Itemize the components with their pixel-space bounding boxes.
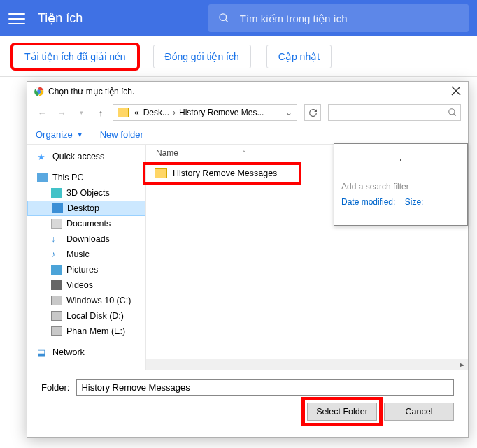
breadcrumb-2[interactable]: History Remove Mes... <box>177 108 266 117</box>
filter-date-modified[interactable]: Date modified: <box>341 197 395 207</box>
update-button[interactable]: Cập nhật <box>266 45 332 68</box>
network-icon: ⬓ <box>37 347 48 357</box>
new-folder-button[interactable]: New folder <box>100 129 143 140</box>
search-input[interactable] <box>240 13 459 24</box>
videos-icon <box>51 280 62 290</box>
chevron-down-icon[interactable]: ⌄ <box>284 108 294 117</box>
svg-point-6 <box>449 109 455 115</box>
sort-indicator-icon: ⌃ <box>241 150 247 157</box>
tree-desktop[interactable]: Desktop <box>27 201 145 216</box>
breadcrumb-prefix: « <box>132 108 141 117</box>
select-folder-button[interactable]: Select Folder <box>307 403 377 421</box>
extensions-header: Tiện ích <box>0 0 477 36</box>
folder-path-input[interactable] <box>76 379 454 396</box>
music-icon: ♪ <box>51 250 62 259</box>
dialog-toolbar: Organize ▼ New folder <box>27 125 468 145</box>
svg-line-1 <box>226 20 228 22</box>
disk-icon <box>51 326 62 336</box>
tree-quick-access[interactable]: ★Quick access <box>27 149 145 164</box>
close-button[interactable] <box>451 86 461 98</box>
search-icon <box>448 108 457 117</box>
extensions-toolbar: Tải tiện ích đã giải nén Đóng gói tiện í… <box>0 36 477 77</box>
documents-icon <box>51 219 62 229</box>
3d-icon <box>51 188 62 198</box>
tree-network[interactable]: ⬓Network <box>27 345 145 360</box>
page-title: Tiện ích <box>38 10 83 26</box>
tree-phan-mem-e[interactable]: Phan Mem (E:) <box>27 324 145 339</box>
recent-dropdown[interactable]: ▾ <box>73 105 89 120</box>
svg-point-0 <box>220 14 227 21</box>
folder-item[interactable]: History Remove Messages <box>146 166 298 181</box>
cancel-button[interactable]: Cancel <box>384 403 454 421</box>
dialog-title: Chọn thư mục tiện ích. <box>48 87 134 96</box>
chrome-icon <box>34 87 44 96</box>
tree-videos[interactable]: Videos <box>27 277 145 293</box>
nav-row: ← → ▾ ↑ « Desk... › History Remove Mes..… <box>27 97 468 125</box>
pictures-icon <box>51 265 62 275</box>
downloads-icon: ↓ <box>51 234 62 244</box>
folder-icon <box>155 168 167 178</box>
scroll-right-icon[interactable]: ► <box>459 361 465 368</box>
organize-dropdown-icon[interactable]: ▼ <box>77 131 83 138</box>
refresh-button[interactable] <box>304 104 321 121</box>
search-filter-popup: Add a search filter Date modified: Size: <box>334 143 468 226</box>
filter-size[interactable]: Size: <box>405 197 424 207</box>
file-list[interactable]: Name ⌃ History Remove Messages Add a sea… <box>146 145 468 370</box>
folder-tree[interactable]: ★Quick access This PC 3D Objects Desktop… <box>27 145 146 370</box>
folder-icon <box>118 108 129 117</box>
address-bar[interactable]: « Desk... › History Remove Mes... ⌄ <box>113 104 297 121</box>
tree-documents[interactable]: Documents <box>27 216 145 231</box>
pc-icon <box>37 173 48 182</box>
svg-line-7 <box>454 114 456 116</box>
folder-label: Folder: <box>41 382 69 393</box>
folder-name: History Remove Messages <box>173 168 277 178</box>
organize-menu[interactable]: Organize <box>36 129 73 140</box>
forward-button[interactable]: → <box>54 105 69 120</box>
folder-picker-dialog: Chọn thư mục tiện ích. ← → ▾ ↑ « Desk...… <box>27 81 469 438</box>
horizontal-scrollbar[interactable]: ◄ ► <box>146 359 468 370</box>
menu-icon[interactable] <box>8 10 25 27</box>
desktop-icon <box>52 203 63 213</box>
tree-windows-c[interactable]: Windows 10 (C:) <box>27 293 145 308</box>
dialog-footer: Folder: Select Folder Cancel <box>27 370 468 431</box>
dialog-search-input[interactable] <box>328 104 461 121</box>
dialog-titlebar: Chọn thư mục tiện ích. <box>27 82 468 97</box>
scroll-left-icon[interactable]: ◄ <box>149 361 155 368</box>
tree-downloads[interactable]: ↓Downloads <box>27 231 145 247</box>
search-hint: Add a search filter <box>341 182 460 192</box>
tree-3d-objects[interactable]: 3D Objects <box>27 185 145 201</box>
dialog-body: ★Quick access This PC 3D Objects Desktop… <box>27 145 468 370</box>
tree-music[interactable]: ♪Music <box>27 247 145 262</box>
search-icon <box>218 12 229 24</box>
breadcrumb-1[interactable]: Desk... <box>141 108 171 117</box>
chevron-right-icon: › <box>171 108 177 117</box>
tree-pictures[interactable]: Pictures <box>27 262 145 277</box>
pack-extension-button[interactable]: Đóng gói tiện ích <box>153 45 251 68</box>
up-button[interactable]: ↑ <box>93 105 108 120</box>
disk-icon <box>51 296 62 305</box>
load-unpacked-button[interactable]: Tải tiện ích đã giải nén <box>13 45 138 68</box>
star-icon: ★ <box>37 152 48 161</box>
search-container[interactable] <box>208 4 469 32</box>
disk-icon <box>51 311 62 321</box>
back-button[interactable]: ← <box>34 105 50 120</box>
tree-local-d[interactable]: Local Disk (D:) <box>27 308 145 324</box>
tree-this-pc[interactable]: This PC <box>27 170 145 185</box>
